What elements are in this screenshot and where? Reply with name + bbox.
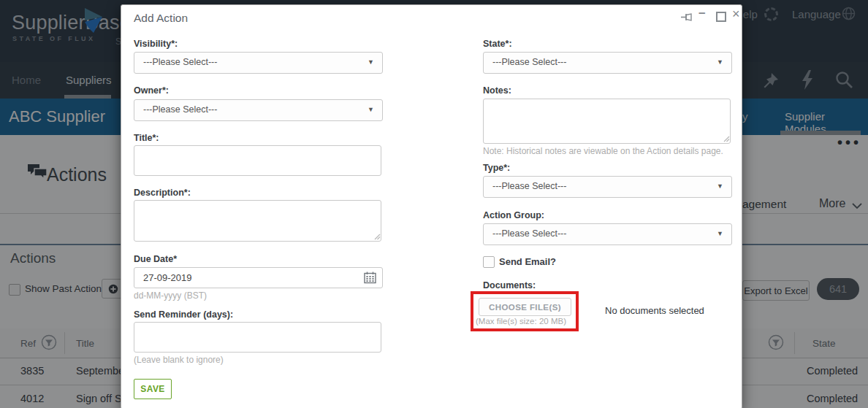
visibility-selected-value: ---Please Select--- <box>143 57 217 67</box>
due-date-input[interactable]: 27-09-2019 <box>134 267 383 288</box>
send-reminder-hint: (Leave blank to ignore) <box>134 355 224 365</box>
pin-window-icon[interactable] <box>681 12 693 22</box>
modal-title: Add Action <box>134 12 188 25</box>
description-label: Description*: <box>134 188 191 198</box>
due-date-hint: dd-MM-yyyy (BST) <box>134 290 207 301</box>
documents-highlight-box: CHOOSE FILE(S) (Max file(s) size: 20 MB) <box>471 291 579 331</box>
owner-select[interactable]: ---Please Select--- ▼ <box>134 99 383 121</box>
choose-files-button[interactable]: CHOOSE FILE(S) <box>479 298 571 316</box>
state-select[interactable]: ---Please Select--- ▼ <box>483 52 732 74</box>
title-label: Title*: <box>134 133 159 143</box>
type-label: Type*: <box>483 163 510 173</box>
type-select[interactable]: ---Please Select--- ▼ <box>483 176 732 198</box>
send-email-label: Send Email? <box>499 256 556 267</box>
notes-hint: Note: Historical notes are viewable on t… <box>483 146 723 156</box>
minimize-icon[interactable]: – <box>698 6 705 20</box>
choose-files-label: CHOOSE FILE(S) <box>489 303 561 312</box>
state-selected-value: ---Please Select--- <box>492 57 566 67</box>
app-root: SupplierBase STATE OF FLUX S Help Langua… <box>0 0 868 408</box>
documents-label: Documents: <box>483 280 536 290</box>
title-input[interactable] <box>134 145 381 176</box>
action-group-select[interactable]: ---Please Select--- ▼ <box>483 223 732 245</box>
owner-label: Owner*: <box>134 85 169 96</box>
send-email-checkbox[interactable] <box>483 256 495 268</box>
notes-textarea[interactable] <box>483 99 731 144</box>
state-label: State*: <box>483 39 512 49</box>
type-selected-value: ---Please Select--- <box>492 181 566 191</box>
visibility-label: Visibility*: <box>134 39 178 49</box>
owner-selected-value: ---Please Select--- <box>143 104 217 115</box>
add-action-modal: Add Action – × Visibility*: ---Please Se… <box>121 4 742 408</box>
dropdown-arrow-icon: ▼ <box>368 58 374 66</box>
max-file-size-hint: (Max file(s) size: 20 MB) <box>476 317 566 326</box>
resize-handle-icon[interactable] <box>374 234 381 240</box>
save-label: SAVE <box>140 384 164 394</box>
maximize-icon[interactable] <box>716 12 726 22</box>
dropdown-arrow-icon: ▼ <box>717 230 723 237</box>
due-date-value: 27-09-2019 <box>143 272 192 283</box>
calendar-icon[interactable] <box>364 272 376 284</box>
dropdown-arrow-icon: ▼ <box>368 106 374 113</box>
close-icon[interactable]: × <box>732 7 740 22</box>
notes-label: Notes: <box>483 85 511 96</box>
action-group-selected-value: ---Please Select--- <box>492 228 566 239</box>
dropdown-arrow-icon: ▼ <box>717 58 723 66</box>
dropdown-arrow-icon: ▼ <box>717 182 723 190</box>
visibility-select[interactable]: ---Please Select--- ▼ <box>134 52 383 74</box>
due-date-label: Due Date* <box>134 254 177 264</box>
send-reminder-input[interactable] <box>134 322 381 353</box>
resize-handle-icon[interactable] <box>723 136 730 142</box>
save-button[interactable]: SAVE <box>134 379 172 399</box>
no-documents-text: No documents selected <box>605 305 704 316</box>
send-reminder-label: Send Reminder (days): <box>134 309 233 320</box>
description-textarea[interactable] <box>134 200 381 242</box>
action-group-label: Action Group: <box>483 210 544 220</box>
